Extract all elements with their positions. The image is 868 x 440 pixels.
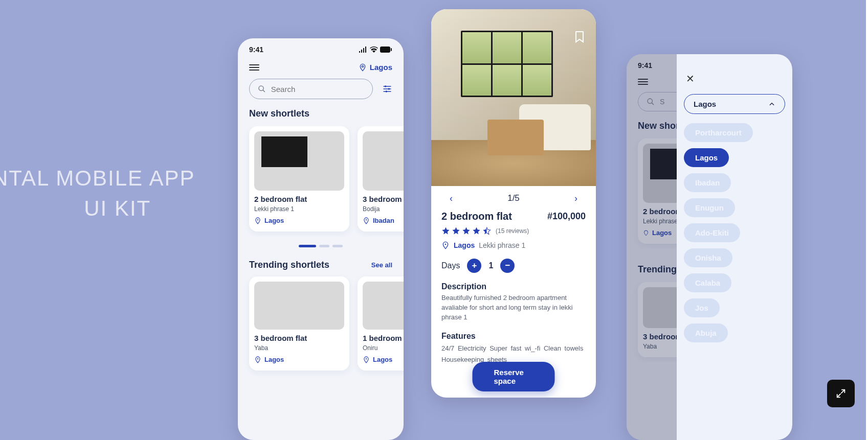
image-pager: ‹ 1/5 ›: [431, 186, 596, 211]
listing-subtitle: Oniru: [363, 344, 404, 352]
svg-rect-1: [391, 48, 392, 51]
city-option[interactable]: Ado-Ekiti: [684, 223, 740, 242]
location-selector[interactable]: Lagos: [359, 63, 392, 72]
pager-count: 1/5: [507, 193, 520, 203]
screen-city-picker: 9:41 S New shortlets 2 bedroom flatLekki…: [627, 54, 792, 440]
city-option[interactable]: Calaba: [684, 273, 731, 292]
svg-point-7: [386, 90, 387, 92]
new-shortlets-list[interactable]: 2 bedroom flat Lekki phrase 1 Lagos 3 be…: [238, 126, 404, 237]
city-option[interactable]: Abuja: [684, 323, 728, 342]
description-label: Description: [441, 282, 586, 291]
selected-city: Lagos: [694, 100, 716, 108]
city-dropdown[interactable]: Lagos: [684, 94, 785, 114]
detail-area: Lekki phrase 1: [479, 241, 525, 249]
svg-point-11: [366, 358, 367, 359]
listing-subtitle: Bodija: [363, 205, 404, 213]
status-bar: 9:41: [238, 38, 404, 58]
expand-button[interactable]: [827, 380, 855, 407]
days-label: Days: [441, 261, 460, 270]
listing-hero-image[interactable]: [431, 9, 596, 186]
chevron-left-icon[interactable]: ‹: [450, 193, 453, 204]
wifi-icon: [370, 47, 378, 53]
listing-card[interactable]: 3 bedroom flat Bodija Ibadan: [358, 126, 404, 231]
listing-thumbnail: [363, 282, 404, 330]
listing-city: Lagos: [264, 356, 284, 363]
listing-thumbnail: [363, 131, 404, 191]
listing-card[interactable]: 2 bedroom flat Lekki phrase 1 Lagos: [249, 126, 349, 231]
location-pin-icon: [254, 356, 261, 363]
svg-point-8: [257, 219, 258, 220]
menu-icon[interactable]: [249, 64, 259, 71]
city-option[interactable]: Portharcourt: [684, 123, 753, 142]
trending-shortlets-list: 3 bedroom flat Yaba Lagos 1 bedroom flat…: [238, 276, 404, 370]
signal-icon: [359, 47, 368, 53]
listing-thumbnail: [254, 282, 344, 330]
svg-point-3: [259, 86, 263, 90]
location-pin-icon: [441, 241, 450, 249]
location-pin-icon: [254, 217, 261, 224]
listing-location-line: Lagos Lekki phrase 1: [441, 241, 586, 249]
search-input[interactable]: [271, 85, 364, 94]
carousel-dots[interactable]: [238, 245, 404, 247]
svg-point-6: [388, 88, 390, 89]
location-pin-icon: [363, 217, 370, 224]
expand-icon: [835, 388, 847, 399]
listing-location: Lagos: [254, 217, 344, 224]
section-new-shortlets: New shortlets: [238, 108, 404, 126]
star-icon: [452, 226, 460, 235]
battery-icon: [380, 47, 392, 53]
city-option[interactable]: Enugun: [684, 198, 735, 217]
star-icon: [472, 226, 481, 235]
window-edge: [866, 0, 868, 440]
listing-card[interactable]: 3 bedroom flat Yaba Lagos: [249, 276, 349, 370]
filter-icon[interactable]: [382, 84, 392, 94]
city-option[interactable]: Ibadan: [684, 173, 731, 192]
city-drawer: ✕ Lagos Portharcourt Lagos Ibadan Enugun…: [677, 54, 792, 440]
listing-location: Lagos: [363, 356, 404, 363]
city-option[interactable]: Onisha: [684, 248, 732, 267]
listing-card[interactable]: 1 bedroom flat Oniru Lagos: [358, 276, 404, 370]
city-option[interactable]: Jos: [684, 298, 720, 317]
svg-point-2: [362, 65, 363, 67]
city-option-selected[interactable]: Lagos: [684, 148, 729, 167]
background-heading: ENTAL MOBILE APP UI KIT: [0, 164, 195, 224]
listing-title: 3 bedroom flat: [363, 195, 404, 203]
status-time: 9:41: [249, 45, 263, 54]
search-box[interactable]: [249, 79, 373, 99]
star-half-icon: [482, 226, 491, 235]
svg-point-10: [257, 358, 258, 359]
city-options: Portharcourt Lagos Ibadan Enugun Ado-Eki…: [684, 123, 785, 342]
features-label: Features: [441, 332, 586, 341]
detail-city: Lagos: [454, 241, 475, 249]
listing-price: #100,000: [547, 211, 586, 222]
svg-point-5: [385, 85, 386, 87]
reserve-space-button[interactable]: Reserve space: [473, 362, 555, 391]
increase-days-button[interactable]: +: [467, 259, 481, 273]
svg-point-9: [366, 219, 367, 220]
location-label: Lagos: [370, 63, 392, 72]
location-pin-icon: [359, 63, 367, 72]
close-icon[interactable]: ✕: [686, 73, 785, 85]
decrease-days-button[interactable]: −: [500, 259, 515, 273]
listing-thumbnail: [254, 131, 344, 191]
listing-city: Lagos: [264, 217, 284, 224]
screen-listing-detail: ‹ 1/5 › 2 bedroom flat #100,000 (15 revi…: [431, 9, 596, 398]
see-all-link[interactable]: See all: [371, 261, 392, 269]
chevron-right-icon[interactable]: ›: [574, 193, 577, 204]
location-pin-icon: [363, 356, 370, 363]
listing-subtitle: Lekki phrase 1: [254, 205, 344, 213]
listing-title: 1 bedroom flat: [363, 334, 404, 342]
chevron-up-icon: [768, 101, 775, 108]
star-icon: [462, 226, 471, 235]
reviews-count: (15 reviews): [496, 227, 529, 235]
listing-city: Lagos: [373, 356, 392, 363]
search-icon: [258, 84, 266, 94]
days-value: 1: [488, 261, 493, 270]
svg-line-4: [263, 90, 265, 92]
bookmark-icon[interactable]: [574, 31, 585, 43]
section-trending-shortlets: Trending shortlets: [249, 260, 329, 270]
status-icons: [359, 47, 392, 53]
rating-stars: (15 reviews): [441, 226, 586, 235]
svg-rect-0: [380, 47, 390, 53]
listing-title: 3 bedroom flat: [254, 334, 344, 342]
